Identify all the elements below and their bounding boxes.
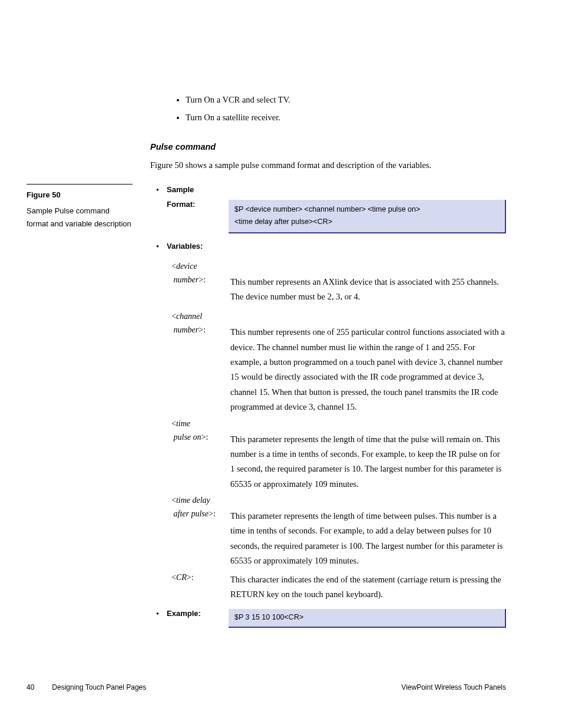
variables-label: Variables: bbox=[167, 241, 229, 252]
variable-desc: This parameter represents the length of … bbox=[230, 431, 506, 492]
variable-name: <device bbox=[167, 260, 230, 272]
variable-name: after pulse>: bbox=[167, 508, 230, 520]
variable-desc: This character indicates the end of the … bbox=[230, 571, 506, 602]
figure-caption: Sample Pulse command format and variable… bbox=[27, 205, 133, 230]
footer-section: Designing Touch Panel Pages bbox=[52, 682, 146, 693]
intro-paragraph: Figure 50 shows a sample pulse command f… bbox=[150, 159, 506, 172]
bullet-icon: • bbox=[150, 608, 167, 620]
footer-doc-title: ViewPoint Wireless Touch Panels bbox=[401, 682, 506, 693]
variable-name: number>: bbox=[167, 324, 230, 336]
variable-name: <channel bbox=[167, 310, 230, 322]
variable-name: pulse on>: bbox=[167, 431, 230, 443]
page-footer: 40 Designing Touch Panel Pages ViewPoint… bbox=[27, 682, 506, 693]
variable-desc: This number represents one of 255 partic… bbox=[230, 324, 506, 414]
variable-name: number>: bbox=[167, 274, 230, 286]
example-label: Example: bbox=[167, 608, 229, 620]
variable-name: <CR>: bbox=[167, 571, 230, 584]
format-line: <time delay after pulse><CR> bbox=[234, 216, 499, 228]
bullet-icon: • bbox=[150, 241, 167, 253]
bullet-icon: • bbox=[150, 184, 167, 196]
variable-desc: This number represents an AXlink device … bbox=[230, 274, 506, 305]
sample-label: Sample bbox=[167, 184, 229, 196]
definition-list: • Sample Format: $P <device number> <cha… bbox=[150, 184, 506, 633]
main-content: Turn On a VCR and select TV. Turn On a s… bbox=[150, 91, 506, 633]
variable-name: <time delay bbox=[167, 494, 230, 506]
format-line: $P <device number> <channel number> <tim… bbox=[234, 203, 499, 216]
section-heading: Pulse command bbox=[150, 141, 506, 154]
list-item: Turn On a VCR and select TV. bbox=[186, 91, 506, 109]
example-box: $P 3 15 10 100<CR> bbox=[229, 609, 506, 627]
variable-desc: This parameter represents the length of … bbox=[230, 508, 506, 569]
top-bullet-list: Turn On a VCR and select TV. Turn On a s… bbox=[186, 91, 506, 127]
figure-title: Figure 50 bbox=[27, 189, 133, 201]
format-label: Format: bbox=[167, 199, 229, 210]
page-number: 40 bbox=[27, 682, 34, 693]
figure-sidebar: Figure 50 Sample Pulse command format an… bbox=[27, 184, 133, 230]
format-box: $P <device number> <channel number> <tim… bbox=[229, 200, 506, 233]
variable-name: <time bbox=[167, 417, 230, 430]
list-item: Turn On a satellite receiver. bbox=[186, 109, 506, 127]
